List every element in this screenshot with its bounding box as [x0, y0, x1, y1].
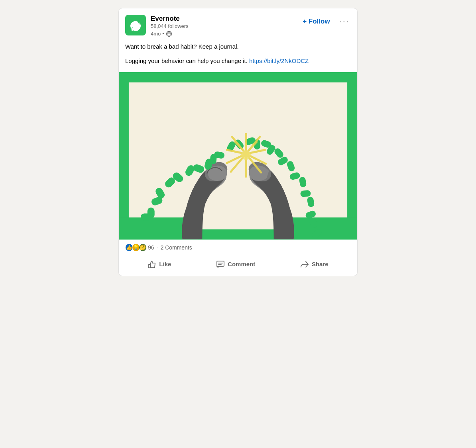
actions-row: Like Comment Share [125, 254, 351, 276]
like-button[interactable]: Like [142, 256, 177, 273]
svg-point-52 [241, 150, 251, 160]
like-label: Like [159, 261, 171, 267]
like-icon [148, 260, 156, 269]
company-name[interactable]: Evernote [151, 15, 189, 23]
post-body: Want to break a bad habit? Keep a journa… [125, 42, 351, 66]
reactions-row: 👍 💡 🤔 96 · 2 Comments [125, 240, 351, 254]
svg-rect-53 [217, 261, 224, 266]
curious-reaction: 🤔 [139, 244, 147, 252]
reactions-count: 96 [148, 244, 154, 251]
post-card: Evernote 58,044 followers 4mo • + [118, 8, 358, 276]
share-icon [300, 260, 309, 269]
follow-button[interactable]: + Follow [299, 16, 333, 27]
post-illustration [119, 72, 357, 240]
post-line-2-prefix: Logging your behavior can help you chang… [125, 57, 248, 64]
post-line-2: Logging your behavior can help you chang… [125, 56, 351, 66]
reactions-separator: · [157, 244, 158, 251]
post-image [119, 72, 357, 240]
header-actions: + Follow ··· [299, 15, 351, 28]
company-info-section: Evernote 58,044 followers 4mo • [125, 15, 189, 37]
time-ago: 4mo [151, 31, 161, 37]
globe-icon [166, 31, 172, 37]
svg-rect-9 [119, 217, 190, 239]
more-options-button[interactable]: ··· [338, 15, 351, 28]
share-button[interactable]: Share [295, 256, 334, 273]
meta-separator: • [162, 31, 164, 37]
comment-button[interactable]: Comment [210, 256, 261, 273]
comment-label: Comment [228, 261, 255, 267]
post-header: Evernote 58,044 followers 4mo • + [125, 15, 351, 37]
company-avatar[interactable] [125, 15, 146, 35]
reaction-icons: 👍 💡 🤔 [125, 244, 146, 252]
chains-illustration [119, 72, 357, 240]
post-meta: 4mo • [151, 31, 189, 37]
comments-count[interactable]: 2 Comments [160, 244, 192, 251]
svg-rect-7 [119, 72, 357, 239]
company-details: Evernote 58,044 followers 4mo • [151, 15, 189, 37]
post-line-1: Want to break a bad habit? Keep a journa… [125, 42, 351, 51]
svg-rect-14 [148, 207, 155, 218]
comment-icon [216, 260, 225, 269]
share-label: Share [312, 261, 328, 267]
post-link[interactable]: https://bit.ly/2NkODCZ [249, 57, 309, 64]
followers-count: 58,044 followers [151, 23, 189, 30]
